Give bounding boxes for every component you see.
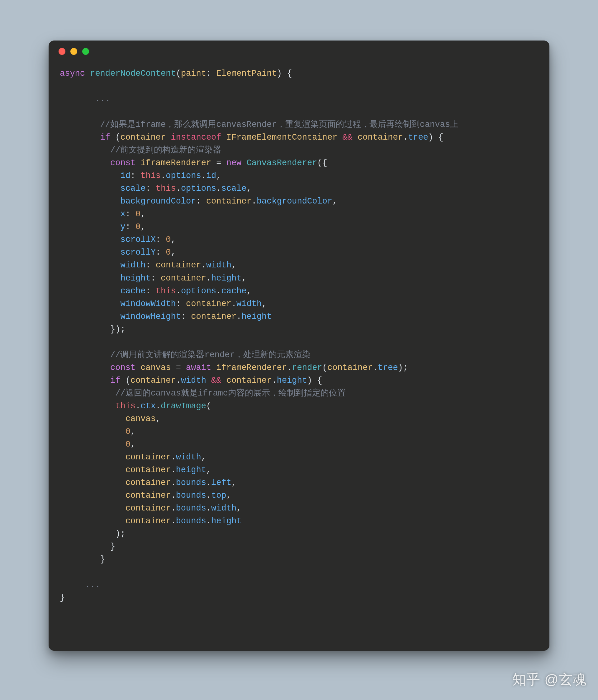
watermark-label: 知乎 @玄魂 xyxy=(512,670,587,689)
zoom-icon[interactable] xyxy=(82,48,89,55)
code-window: async renderNodeContent(paint: ElementPa… xyxy=(49,41,549,651)
stage: async renderNodeContent(paint: ElementPa… xyxy=(0,0,598,700)
minimize-icon[interactable] xyxy=(70,48,77,55)
close-icon[interactable] xyxy=(58,48,66,55)
code-block: async renderNodeContent(paint: ElementPa… xyxy=(49,62,549,616)
window-titlebar xyxy=(49,41,549,62)
